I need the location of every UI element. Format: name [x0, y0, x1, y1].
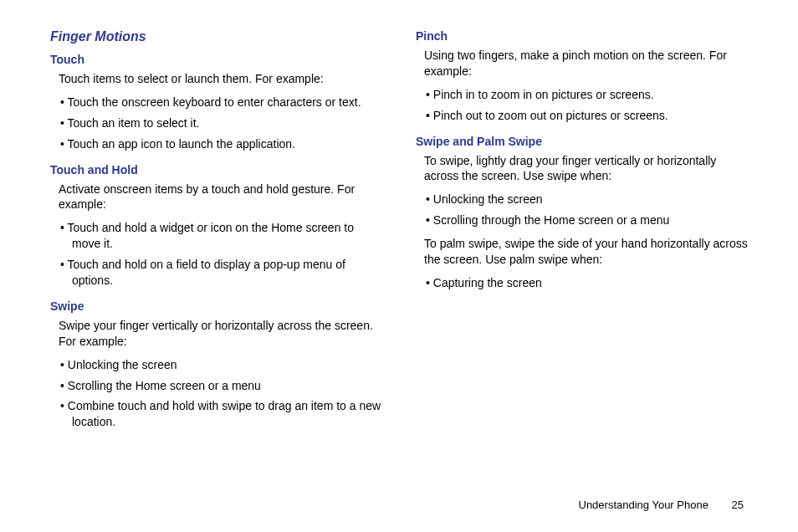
touch-hold-intro: Activate onscreen items by a touch and h… [59, 182, 382, 213]
list-item: Scrolling the Home screen or a menu [60, 376, 382, 396]
list-item: Combine touch and hold with swipe to dra… [60, 396, 382, 432]
footer-page-number: 25 [732, 499, 744, 511]
list-item-text: Combine touch and hold with swipe to dra… [68, 399, 381, 428]
list-item-text: Touch the onscreen keyboard to enter cha… [68, 95, 361, 109]
footer-title: Understanding Your Phone [579, 499, 708, 511]
pinch-list: Pinch in to zoom in on pictures or scree… [426, 84, 748, 126]
touch-hold-section: Touch and Hold Activate onscreen items b… [50, 163, 382, 291]
list-item-text: Touch and hold a widget or icon on the H… [68, 221, 354, 250]
list-item-text: Pinch in to zoom in on pictures or scree… [433, 88, 654, 101]
touch-hold-list: Touch and hold a widget or icon on the H… [60, 217, 382, 291]
swipe-palm-list1: Unlocking the screen Scrolling through t… [426, 189, 748, 231]
list-item: Capturing the screen [426, 273, 748, 294]
list-item: Pinch out to zoom out on pictures or scr… [426, 105, 748, 126]
swipe-list: Unlocking the screen Scrolling the Home … [60, 355, 382, 433]
list-item: Scrolling through the Home screen or a m… [426, 210, 748, 231]
page-content: Finger Motions Touch Touch items to sele… [0, 0, 798, 489]
swipe-palm-heading: Swipe and Palm Swipe [416, 135, 748, 148]
pinch-heading: Pinch [416, 29, 748, 43]
list-item: Touch an item to select it. [60, 113, 382, 134]
swipe-palm-list2: Capturing the screen [426, 273, 748, 294]
list-item-text: Pinch out to zoom out on pictures or scr… [433, 109, 668, 122]
list-item: Touch the onscreen keyboard to enter cha… [60, 92, 382, 113]
swipe-heading: Swipe [50, 299, 382, 313]
list-item-text: Touch and hold on a field to display a p… [68, 258, 345, 287]
list-item-text: Unlocking the screen [433, 192, 543, 206]
list-item-text: Scrolling through the Home screen or a m… [433, 213, 669, 227]
list-item: Unlocking the screen [60, 355, 382, 376]
swipe-palm-section: Swipe and Palm Swipe To swipe, lightly d… [416, 135, 748, 294]
touch-heading: Touch [50, 53, 382, 66]
list-item: Touch an app icon to launch the applicat… [60, 134, 382, 155]
touch-intro: Touch items to select or launch them. Fo… [59, 71, 382, 87]
list-item: Touch and hold a widget or icon on the H… [60, 217, 382, 254]
touch-list: Touch the onscreen keyboard to enter cha… [60, 92, 382, 155]
swipe-palm-intro1: To swipe, lightly drag your finger verti… [424, 153, 748, 185]
list-item: Unlocking the screen [426, 189, 748, 210]
page-footer: Understanding Your Phone 25 [579, 499, 744, 511]
section-title: Finger Motions [50, 29, 382, 44]
list-item: Pinch in to zoom in on pictures or scree… [426, 84, 748, 105]
list-item-text: Scrolling the Home screen or a menu [68, 379, 261, 392]
list-item-text: Unlocking the screen [68, 358, 177, 371]
list-item-text: Touch an app icon to launch the applicat… [68, 137, 295, 151]
pinch-section: Pinch Using two fingers, make a pinch mo… [416, 29, 748, 126]
touch-hold-heading: Touch and Hold [50, 163, 382, 176]
swipe-section: Swipe Swipe your finger vertically or ho… [50, 299, 382, 432]
list-item-text: Capturing the screen [433, 276, 542, 289]
list-item-text: Touch an item to select it. [68, 116, 200, 130]
pinch-intro: Using two fingers, make a pinch motion o… [424, 48, 748, 79]
swipe-intro: Swipe your finger vertically or horizont… [59, 318, 382, 350]
list-item: Touch and hold on a field to display a p… [60, 254, 382, 291]
swipe-palm-intro2: To palm swipe, swipe the side of your ha… [424, 236, 748, 268]
touch-section: Touch Touch items to select or launch th… [50, 53, 382, 155]
